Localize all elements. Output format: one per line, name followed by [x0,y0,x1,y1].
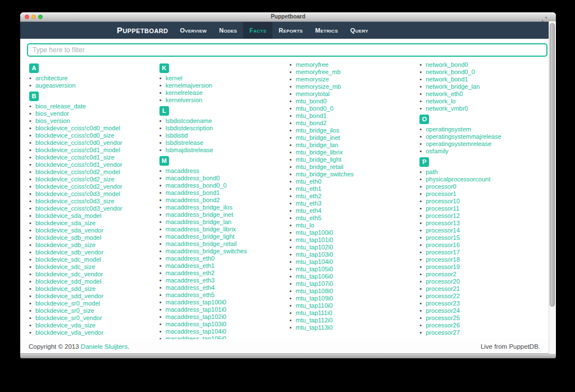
fact-link[interactable]: blockdevice_sdd_model [35,278,101,285]
fact-link[interactable]: mtu_bridge_librix [296,149,343,156]
fact-link[interactable]: mtu_tap111i0 [296,309,332,316]
fact-link[interactable]: mtu_bridge_inet [296,134,340,141]
fact-link[interactable]: memorysize_mb [296,83,341,90]
fact-link[interactable]: architecture [35,75,67,81]
fact-link[interactable]: mtu_tap104i0 [296,258,334,265]
fact-link[interactable]: network_lo [426,98,455,104]
fact-link[interactable]: mtu_eth0 [296,178,322,185]
fact-link[interactable]: mtu_tap109i0 [296,295,334,302]
fact-link[interactable]: bios_version [35,117,70,124]
fact-link[interactable]: processor13 [426,220,460,226]
fact-link[interactable]: mtu_bridge_switches [296,171,354,177]
fact-link[interactable]: mtu_tap102i0 [296,244,334,250]
fact-link[interactable]: processor21 [426,285,460,292]
fact-link[interactable]: processor17 [426,249,460,256]
scrollbar[interactable] [549,21,556,354]
nav-item-nodes[interactable]: Nodes [213,22,243,39]
fact-link[interactable]: blockdevice_cciss!c0d2_model [35,168,120,175]
fact-link[interactable]: processor22 [426,293,460,299]
fact-link[interactable]: blockdevice_sdc_vendor [35,271,103,277]
fact-link[interactable]: kernelversion [166,97,202,103]
fact-link[interactable]: processor24 [426,307,460,314]
fact-link[interactable]: macaddress_bridge_retail [166,240,237,247]
fact-link[interactable]: macaddress_eth1 [166,262,215,269]
fact-link[interactable]: lsbmajdistrelease [166,147,213,153]
fact-link[interactable]: memorysize [296,76,329,83]
fact-link[interactable]: blockdevice_cciss!c0d1_model [35,147,120,153]
fact-link[interactable]: macaddress_eth3 [166,277,215,284]
fact-link[interactable]: mtu_lo [296,222,314,229]
fact-link[interactable]: macaddress_tap100i0 [166,299,226,306]
fact-link[interactable]: processor11 [426,205,459,212]
fact-link[interactable]: blockdevice_cciss!c0d3_size [35,198,115,204]
fact-link[interactable]: operatingsystem [426,126,471,133]
window-close-button[interactable] [25,15,29,19]
fact-link[interactable]: mtu_bridge_retail [296,163,344,170]
fact-link[interactable]: kernelmajversion [166,82,212,89]
fact-link[interactable]: mtu_tap103i0 [296,251,334,258]
fact-link[interactable]: blockdevice_sdc_model [35,256,101,263]
fact-link[interactable]: macaddress_bridge_light [166,233,235,240]
fact-link[interactable]: blockdevice_sdb_model [35,234,101,241]
fact-link[interactable]: operatingsystemmajrelease [426,133,501,140]
fact-link[interactable]: blockdevice_sdd_vendor [35,293,103,299]
fact-link[interactable]: macaddress_tap104i0 [166,328,226,335]
fact-link[interactable]: blockdevice_sr0_vendor [35,314,102,321]
fact-link[interactable]: physicalprocessorcount [426,176,490,183]
fact-link[interactable]: mtu_tap101i0 [296,236,334,243]
fact-link[interactable]: blockdevice_cciss!c0d2_vendor [35,183,122,190]
fact-link[interactable]: mtu_tap105i0 [296,266,334,272]
nav-item-facts[interactable]: Facts [243,22,272,39]
fact-link[interactable]: macaddress_bond1 [166,189,220,196]
fact-link[interactable]: lsbdistcodename [166,117,212,124]
fact-link[interactable]: blockdevice_cciss!c0d0_model [35,125,120,131]
fact-link[interactable]: lsbdistdescription [166,125,213,131]
fact-link[interactable]: macaddress_eth4 [166,284,215,291]
fact-link[interactable]: blockdevice_sda_vendor [35,227,103,234]
nav-item-query[interactable]: Query [344,22,375,39]
author-link[interactable]: Daniele Sluijters [81,343,127,350]
fact-link[interactable]: processor26 [426,322,460,329]
fact-link[interactable]: mtu_eth2 [296,193,322,199]
fact-link[interactable]: mtu_bond1 [296,112,327,119]
fact-link[interactable]: processor27 [426,329,460,336]
fact-link[interactable]: macaddress_bridge_librix [166,226,236,233]
fact-link[interactable]: bios_vendor [35,110,69,117]
fact-link[interactable]: macaddress [166,167,199,174]
scrollbar-thumb[interactable] [550,23,555,307]
fact-link[interactable]: memorytotal [296,90,330,97]
fact-link[interactable]: memoryfree [296,61,329,68]
fact-link[interactable]: processor14 [426,227,460,234]
fact-link[interactable]: kernel [166,75,182,81]
fact-link[interactable]: processor20 [426,278,460,285]
fact-link[interactable]: processor1 [426,190,456,197]
fact-link[interactable]: blockdevice_vda_size [35,322,95,329]
fact-link[interactable]: mtu_bridge_light [296,156,341,163]
fact-link[interactable]: processor16 [426,241,460,248]
navbar-brand[interactable]: Puppetboard [117,22,168,39]
fact-link[interactable]: blockdevice_cciss!c0d3_model [35,190,120,197]
fact-link[interactable]: osfamily [426,148,448,154]
fact-link[interactable]: blockdevice_cciss!c0d1_vendor [35,161,122,168]
fact-link[interactable]: mtu_eth5 [296,215,322,221]
nav-item-metrics[interactable]: Metrics [309,22,344,39]
fact-link[interactable]: processor19 [426,263,460,270]
fact-link[interactable]: processor25 [426,314,460,321]
fact-link[interactable]: network_bridge_lan [426,83,480,90]
fact-link[interactable]: mtu_tap108i0 [296,288,334,294]
fact-link[interactable]: processor15 [426,234,460,241]
fact-link[interactable]: mtu_tap107i0 [296,280,334,287]
window-bottom-frame[interactable] [20,353,556,358]
fact-link[interactable]: processor18 [426,256,460,263]
fact-link[interactable]: macaddress_bridge_ilos [166,204,232,211]
fullscreen-icon[interactable] [542,14,547,24]
fact-link[interactable]: mtu_bond2 [296,120,327,126]
fact-link[interactable]: memoryfree_mb [296,69,341,75]
fact-link[interactable]: macaddress_bridge_inet [166,211,233,218]
fact-link[interactable]: augeasversion [35,82,76,89]
fact-link[interactable]: mtu_tap110i0 [296,302,333,309]
fact-link[interactable]: network_bond1 [426,76,468,83]
fact-link[interactable]: mtu_tap113i0 [296,324,333,331]
nav-item-reports[interactable]: Reports [272,22,309,39]
fact-link[interactable]: macaddress_eth0 [166,255,215,262]
